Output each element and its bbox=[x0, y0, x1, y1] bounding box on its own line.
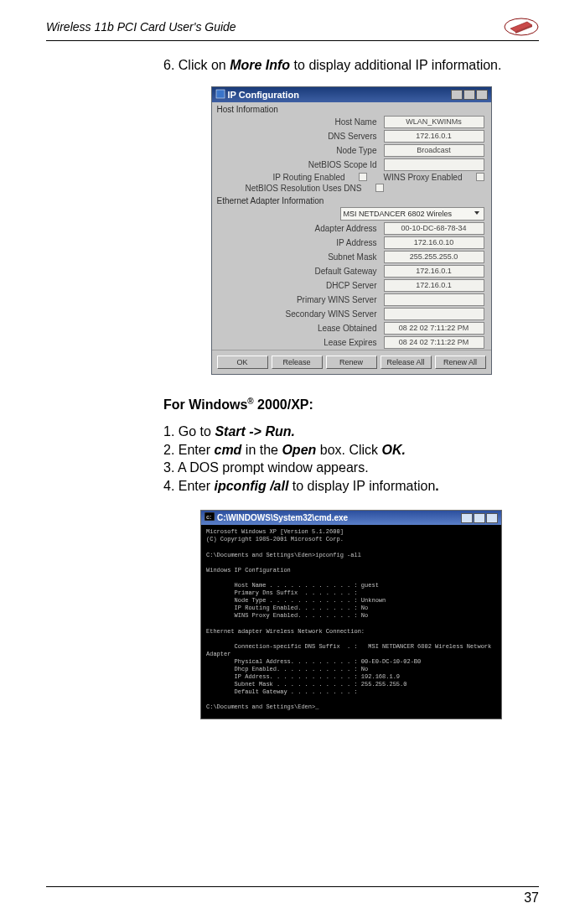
period: . bbox=[435, 479, 438, 493]
ip-row: IP Address 172.16.0.10 bbox=[212, 236, 491, 250]
text: For Windows bbox=[163, 397, 247, 412]
label: Secondary WINS Server bbox=[219, 309, 384, 319]
dhcp-value: 172.16.0.1 bbox=[384, 279, 484, 292]
windows-2000-xp-heading: For Windows® 2000/XP: bbox=[163, 397, 539, 413]
main-content: 6. Click on More Info to display additio… bbox=[46, 56, 539, 719]
minimize-icon[interactable] bbox=[461, 513, 473, 523]
host-name-row: Host Name WLAN_KWINMs bbox=[212, 115, 491, 129]
cmd-output: Microsoft Windows XP [Version 5.1.2600] … bbox=[201, 525, 501, 718]
minimize-icon[interactable] bbox=[451, 90, 463, 100]
mask-value: 255.255.255.0 bbox=[384, 251, 484, 263]
maximize-icon[interactable] bbox=[463, 90, 475, 100]
netbios-row: NetBIOS Resolution Uses DNS bbox=[212, 183, 491, 194]
reg-mark: ® bbox=[247, 397, 253, 406]
release-all-button[interactable]: Release All bbox=[381, 356, 432, 369]
label: NetBIOS Resolution Uses DNS bbox=[219, 184, 369, 193]
label: Subnet Mask bbox=[219, 252, 384, 262]
scope-value bbox=[384, 158, 484, 171]
routing-checkbox[interactable] bbox=[359, 173, 367, 181]
text: 2. Enter bbox=[163, 443, 214, 457]
label: IP Address bbox=[219, 238, 384, 247]
text: 1. Go to bbox=[163, 424, 215, 439]
adapter-section: Ethernet Adapter Information bbox=[212, 194, 491, 206]
more-info-label: More Info bbox=[230, 58, 290, 72]
step-1: 1. Go to Start -> Run. bbox=[163, 423, 539, 441]
close-icon[interactable] bbox=[486, 513, 498, 523]
release-button[interactable]: Release bbox=[272, 356, 323, 369]
dns-row: DNS Servers 172.16.0.1 bbox=[212, 129, 491, 143]
window-controls bbox=[461, 513, 498, 523]
label: WINS Proxy Enabled bbox=[384, 173, 469, 182]
gateway-value: 172.16.0.1 bbox=[384, 265, 484, 278]
ipconfig-label: ipconfig /all bbox=[214, 479, 288, 493]
dns-value: 172.16.0.1 bbox=[384, 130, 484, 143]
page-footer: 37 bbox=[46, 886, 539, 906]
step-4: 4. Enter ipconfig /all to display IP inf… bbox=[163, 477, 539, 496]
start-run-label: Start -> Run. bbox=[215, 424, 295, 439]
adapter-selected: MSI NETDANCER 6802 Wireles bbox=[344, 210, 453, 218]
label: Lease Obtained bbox=[219, 324, 384, 333]
host-info-section: Host Information bbox=[212, 102, 491, 115]
label: DNS Servers bbox=[219, 132, 384, 141]
netbios-checkbox[interactable] bbox=[375, 184, 384, 192]
label: Node Type bbox=[219, 146, 384, 155]
header-title: Wireless 11b PCI Card User's Guide bbox=[46, 20, 236, 34]
text: 2000/XP: bbox=[254, 397, 313, 412]
cmd-title-text: C:\WINDOWS\System32\cmd.exe bbox=[217, 512, 348, 523]
label: Adapter Address bbox=[219, 224, 384, 233]
text: to display additional IP information. bbox=[290, 58, 501, 72]
open-label: Open bbox=[282, 443, 316, 457]
page-number: 37 bbox=[524, 890, 539, 905]
label: Primary WINS Server bbox=[219, 295, 384, 304]
close-icon[interactable] bbox=[476, 90, 488, 100]
node-type-row: Node Type Broadcast bbox=[212, 143, 491, 158]
cmd-titlebar: c: C:\WINDOWS\System32\cmd.exe bbox=[201, 511, 501, 525]
ip-config-dialog: IP Configuration Host Information Host N… bbox=[211, 86, 492, 375]
routing-row: IP Routing Enabled WINS Proxy Enabled bbox=[212, 172, 491, 183]
dhcp-row: DHCP Server 172.16.0.1 bbox=[212, 278, 491, 293]
secondary-wins-value bbox=[384, 308, 484, 320]
window-controls bbox=[451, 90, 488, 100]
label: NetBIOS Scope Id bbox=[219, 160, 384, 169]
page-header: Wireless 11b PCI Card User's Guide bbox=[46, 17, 539, 41]
lease-obtained-value: 08 22 02 7:11:22 PM bbox=[384, 322, 484, 335]
adapter-select-row: MSI NETDANCER 6802 Wireles bbox=[212, 206, 491, 221]
label: Lease Expires bbox=[219, 338, 384, 347]
maximize-icon[interactable] bbox=[474, 513, 485, 523]
host-name-value: WLAN_KWINMs bbox=[384, 116, 484, 128]
dialog-title: IP Configuration bbox=[228, 90, 299, 100]
label: Default Gateway bbox=[219, 267, 384, 276]
lease-expires-row: Lease Expires 08 24 02 7:11:22 PM bbox=[212, 335, 491, 350]
text: box. Click bbox=[316, 443, 381, 457]
ok-label: OK. bbox=[382, 443, 406, 457]
node-type-value: Broadcast bbox=[384, 144, 484, 157]
text: 4. Enter bbox=[163, 479, 214, 493]
steps-list: 1. Go to Start -> Run. 2. Enter cmd in t… bbox=[163, 423, 539, 495]
instruction-6: 6. Click on More Info to display additio… bbox=[163, 56, 539, 75]
svg-rect-1 bbox=[216, 90, 225, 98]
label: Host Name bbox=[219, 117, 384, 127]
primary-wins-row: Primary WINS Server bbox=[212, 293, 491, 307]
text: to display IP information bbox=[288, 479, 435, 493]
step-3: 3. A DOS prompt window appears. bbox=[163, 459, 539, 477]
dialog-titlebar: IP Configuration bbox=[212, 87, 491, 102]
ok-button[interactable]: OK bbox=[217, 356, 268, 369]
cmd-label: cmd bbox=[214, 443, 241, 457]
ip-value: 172.16.0.10 bbox=[384, 236, 484, 249]
mac-row: Adapter Address 00-10-DC-68-78-34 bbox=[212, 221, 491, 236]
primary-wins-value bbox=[384, 293, 484, 306]
step-2: 2. Enter cmd in the Open box. Click OK. bbox=[163, 441, 539, 459]
secondary-wins-row: Secondary WINS Server bbox=[212, 307, 491, 321]
renew-button[interactable]: Renew bbox=[326, 356, 377, 369]
text: 6. Click on bbox=[163, 58, 230, 72]
label: DHCP Server bbox=[219, 281, 384, 290]
wins-proxy-checkbox[interactable] bbox=[476, 173, 484, 181]
renew-all-button[interactable]: Renew All bbox=[435, 356, 486, 369]
cmd-icon: c: bbox=[204, 512, 215, 523]
lease-obtained-row: Lease Obtained 08 22 02 7:11:22 PM bbox=[212, 321, 491, 335]
mask-row: Subnet Mask 255.255.255.0 bbox=[212, 250, 491, 264]
mac-value: 00-10-DC-68-78-34 bbox=[384, 222, 484, 235]
adapter-dropdown[interactable]: MSI NETDANCER 6802 Wireles bbox=[340, 207, 484, 221]
cmd-window: c: C:\WINDOWS\System32\cmd.exe Microsoft… bbox=[200, 510, 502, 719]
text: in the bbox=[241, 443, 282, 457]
